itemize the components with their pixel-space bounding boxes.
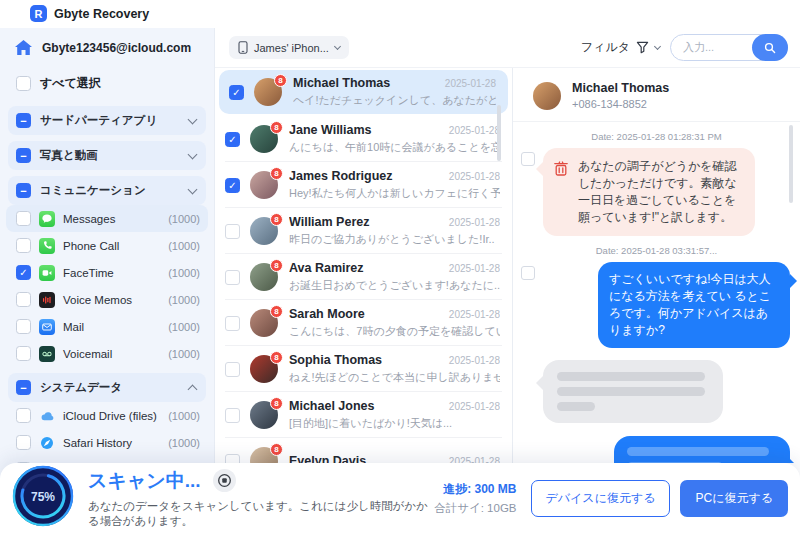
chat-contact-name: Michael Thomas — [572, 81, 669, 95]
sidebar-item-mail[interactable]: Mail (1000) — [0, 313, 214, 340]
thread-row[interactable]: 8 Sophia Thomas2025-01-28ねえ!先ほどのことで本当に申し… — [215, 346, 512, 392]
select-all-checkbox[interactable] — [16, 76, 31, 91]
sidebar-item-voice-memos[interactable]: Voice Memos (1000) — [0, 286, 214, 313]
sidebar-item-facetime[interactable]: FaceTime (1000) — [0, 259, 214, 286]
phone-device-icon — [238, 41, 248, 54]
deleted-message-bubble: あなたの調子がどうかを確認したかっただけです。素敵な一日日を過ごしていることを願… — [543, 148, 755, 236]
messages-checkbox[interactable] — [16, 211, 31, 226]
thread-row[interactable]: 8 James Rodriguez2025-01-28Hey!私たち何人かは新し… — [215, 162, 512, 208]
search-icon — [764, 42, 776, 54]
total-size-label: 合計サイ: 10GB — [434, 501, 516, 516]
message-preview: Hey!私たち何人かは新しいカフェに行く予定... — [289, 187, 500, 199]
sidebar-item-voicemail[interactable]: Voicemail (1000) — [0, 340, 214, 367]
sidebar-item-messages[interactable]: Messages (1000) — [6, 205, 208, 232]
filter-control[interactable]: フィルタ — [581, 39, 660, 56]
group-photos-label: 写真と動画 — [40, 148, 180, 163]
sidebar-item-label: FaceTime — [63, 267, 160, 279]
icloud-drive-checkbox[interactable] — [16, 408, 31, 423]
group-system-checkbox[interactable] — [16, 380, 31, 395]
avatar: 8 — [250, 309, 278, 337]
voicemail-icon — [39, 346, 55, 362]
messages-icon — [39, 211, 55, 227]
select-all-row[interactable]: すべて選択 — [0, 65, 214, 100]
restore-to-device-button[interactable]: デバイスに復元する — [531, 480, 671, 517]
facetime-icon — [39, 265, 55, 281]
thread-date: 2025-01-28 — [445, 78, 496, 89]
phone-icon — [39, 238, 55, 254]
thread-date: 2025-01-28 — [449, 401, 500, 412]
message-checkbox[interactable] — [521, 266, 535, 280]
stop-scan-button[interactable] — [213, 469, 236, 492]
sidebar-item-phone-call[interactable]: Phone Call (1000) — [0, 232, 214, 259]
account-email: Gbyte123456@icloud.com — [42, 41, 191, 55]
group-system-label: システムデータ — [40, 380, 180, 395]
thread-checkbox[interactable] — [225, 178, 240, 193]
safari-history-checkbox[interactable] — [16, 435, 31, 450]
unread-badge: 8 — [270, 213, 283, 226]
thread-row[interactable]: 8 Jane Williams2025-01-28んにちは、午前10時に会議があ… — [215, 116, 512, 162]
phone-call-checkbox[interactable] — [16, 238, 31, 253]
chat-scrollbar[interactable] — [789, 125, 793, 203]
group-communication-checkbox[interactable] — [16, 183, 31, 198]
thread-date: 2025-01-28 — [449, 355, 500, 366]
avatar: 8 — [250, 263, 278, 291]
device-selector[interactable]: James' iPhon... — [229, 36, 349, 59]
app-window: R Gbyte Recovery Gbyte123456@icloud.com … — [0, 0, 800, 533]
voicemail-checkbox[interactable] — [16, 346, 31, 361]
message-preview: んにちは、午前10時に会議があることを忘れ... — [289, 141, 500, 153]
received-placeholder-bubble — [543, 360, 723, 423]
thread-checkbox[interactable] — [225, 132, 240, 147]
avatar: 8 — [250, 447, 278, 463]
cloud-icon — [39, 408, 55, 424]
message-row: あなたの調子がどうかを確認したかっただけです。素敵な一日日を過ごしていることを願… — [513, 148, 800, 236]
message-row: すごくいいですね!今日は大人になる方法を考えてい るところです。何かアドバイスは… — [513, 262, 800, 348]
message-checkbox[interactable] — [521, 152, 535, 166]
chevron-down-icon — [188, 149, 198, 159]
group-photos-checkbox[interactable] — [16, 148, 31, 163]
account-row[interactable]: Gbyte123456@icloud.com — [0, 28, 214, 65]
voice-memos-checkbox[interactable] — [16, 292, 31, 307]
sidebar-item-label: Messages — [63, 213, 160, 225]
stop-icon — [217, 473, 232, 488]
search-input[interactable] — [683, 36, 753, 58]
thread-checkbox[interactable] — [225, 270, 240, 285]
list-scrollbar[interactable] — [497, 105, 501, 161]
thread-checkbox[interactable] — [225, 454, 240, 464]
thread-date: 2025-01-28 — [449, 217, 500, 228]
search-button[interactable] — [752, 34, 788, 61]
brand-name: Gbyte Recovery — [54, 7, 149, 21]
thread-row[interactable]: 8 William Perez2025-01-28昨日のご協力ありがとうございま… — [215, 208, 512, 254]
group-photos[interactable]: 写真と動画 — [8, 141, 206, 170]
group-communication[interactable]: コミュニケーション — [8, 176, 206, 205]
thread-row[interactable]: 8 Michael Thomas2025-01-28ヘイ!ただチェックインして、… — [219, 70, 508, 114]
sent-placeholder-bubble — [614, 436, 790, 463]
thread-row[interactable]: 8 Michael Jones2025-01-28[目的地]に着いたばかり!天気… — [215, 392, 512, 438]
group-system-data[interactable]: システムデータ — [8, 373, 206, 402]
sidebar-item-label: Voice Memos — [63, 294, 160, 306]
redacted-line — [557, 372, 705, 381]
group-communication-label: コミュニケーション — [40, 183, 180, 198]
thread-checkbox[interactable] — [225, 362, 240, 377]
thread-checkbox[interactable] — [225, 224, 240, 239]
message-preview: ヘイ!ただチェックインして、あなたがどうし... — [293, 94, 496, 106]
thread-checkbox[interactable] — [225, 408, 240, 423]
facetime-checkbox[interactable] — [16, 265, 31, 280]
thread-checkbox[interactable] — [229, 85, 244, 100]
sidebar-item-label: Safari History — [63, 437, 160, 449]
group-third-party[interactable]: サードパーティアプリ — [8, 106, 206, 135]
item-count: (1000) — [168, 240, 200, 252]
thread-row[interactable]: 8 Ava Ramirez2025-01-28お誕生日おめでとうございます!あな… — [215, 254, 512, 300]
group-third-party-checkbox[interactable] — [16, 113, 31, 128]
thread-row[interactable]: 8 Sarah Moore2025-01-28こんにちは、7時の夕食の予定を確認… — [215, 300, 512, 346]
progress-percent-text: 75% — [31, 490, 55, 504]
restore-to-pc-button[interactable]: PCに復元する — [680, 480, 788, 517]
mail-checkbox[interactable] — [16, 319, 31, 334]
sent-message-bubble: すごくいいですね!今日は大人になる方法を考えてい るところです。何かアドバイスは… — [598, 262, 790, 348]
unread-badge: 8 — [270, 167, 283, 180]
thread-checkbox[interactable] — [225, 316, 240, 331]
brand: R Gbyte Recovery — [30, 5, 149, 22]
thread-row[interactable]: 8 Evelyn Davis2025-01-28 — [215, 438, 512, 463]
sidebar-item-safari-history[interactable]: Safari History (1000) — [0, 429, 214, 456]
contact-name: Michael Jones — [289, 399, 443, 413]
sidebar-item-icloud-drive[interactable]: iCloud Drive (files) (1000) — [0, 402, 214, 429]
